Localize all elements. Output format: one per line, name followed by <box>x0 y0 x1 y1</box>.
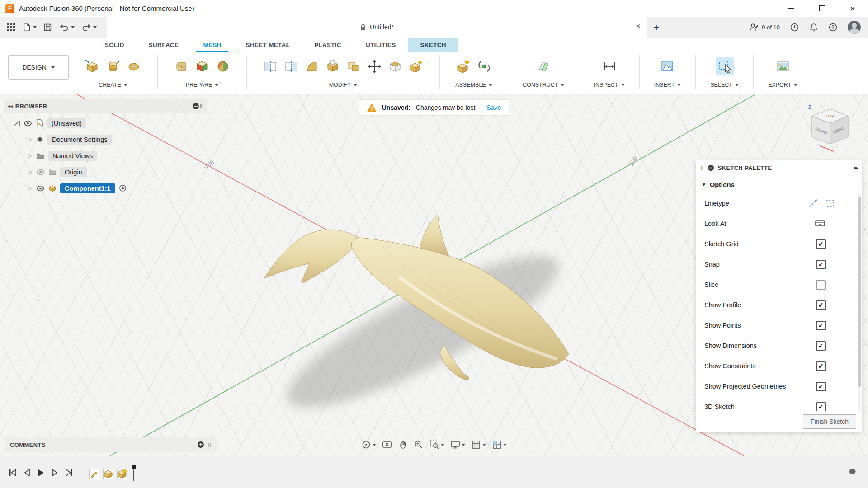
step-forward-button[interactable] <box>52 469 58 476</box>
select-tool-button[interactable] <box>716 57 734 75</box>
browser-collapse-icon[interactable] <box>192 103 199 110</box>
document-tab[interactable]: Untitled* × <box>107 17 647 38</box>
mesh-section-right-button[interactable] <box>282 57 300 75</box>
visibility-eye-icon[interactable] <box>36 185 45 192</box>
show-projected-geometries-checkbox[interactable] <box>816 382 826 391</box>
activate-component-radio[interactable] <box>119 184 127 192</box>
slice-checkbox[interactable] <box>816 280 826 290</box>
show-constraints-checkbox[interactable] <box>816 361 826 371</box>
timeline-sketch-feature[interactable] <box>88 468 100 482</box>
measure-button[interactable] <box>600 57 618 75</box>
display-settings-button[interactable] <box>450 440 465 450</box>
tab-utilities[interactable]: UTILITIES <box>354 38 408 52</box>
recent-activity-button[interactable] <box>790 23 799 32</box>
collapse-panel-icon[interactable]: ◂◂ <box>8 104 13 108</box>
play-button[interactable] <box>38 469 44 477</box>
visibility-eye-icon[interactable] <box>24 120 32 127</box>
workspace-selector[interactable]: DESIGN <box>8 55 69 80</box>
insert-mesh-button[interactable] <box>83 57 101 75</box>
move-copy-button[interactable] <box>365 57 383 75</box>
tree-label-component[interactable]: Component1:1 <box>60 183 115 193</box>
tree-row-component[interactable]: ▷ Component1:1 <box>4 180 207 196</box>
look-at-icon[interactable] <box>815 219 826 228</box>
mesh-cut-button[interactable] <box>324 57 342 75</box>
construct-plane-button[interactable] <box>534 57 552 75</box>
tree-label-document-settings[interactable]: Document Settings <box>47 135 112 145</box>
palette-expand-icon[interactable]: ▸▸ <box>854 165 857 171</box>
plane-cut-button[interactable] <box>386 57 404 75</box>
group-prepare-label[interactable]: PREPARE <box>186 82 219 88</box>
expand-chevron-icon[interactable]: ▷ <box>27 185 33 191</box>
notifications-button[interactable] <box>809 23 818 32</box>
timeline-position-marker[interactable] <box>131 465 137 482</box>
show-points-checkbox[interactable] <box>816 321 826 330</box>
view-cube[interactable]: Z TOP FRONT RIGHT <box>805 103 855 153</box>
face-groups-button[interactable] <box>193 57 211 75</box>
tree-row-origin[interactable]: ▷ Origin <box>4 164 207 180</box>
document-tab-close-icon[interactable]: × <box>636 22 641 30</box>
viewport-canvas[interactable]: -100 100 Z TOP FRONT RIGHT ◂◂ BROWSER ‖ … <box>0 94 868 456</box>
reduce-mesh-button[interactable] <box>214 57 232 75</box>
app-grid-icon[interactable] <box>6 23 15 32</box>
construction-line-icon[interactable] <box>808 198 818 208</box>
tree-label-named-views[interactable]: Named Views <box>48 151 97 161</box>
group-create-label[interactable]: CREATE <box>99 82 127 88</box>
group-inspect-label[interactable]: INSPECT <box>594 82 624 88</box>
save-link[interactable]: Save <box>486 104 501 111</box>
group-insert-label[interactable]: INSERT <box>654 82 681 88</box>
tree-row-document-settings[interactable]: ▷ Document Settings <box>4 131 207 147</box>
group-assemble-label[interactable]: ASSEMBLE <box>455 82 492 88</box>
help-button[interactable]: ? <box>828 23 838 32</box>
tab-sheet-metal[interactable]: SHEET METAL <box>234 38 302 52</box>
sketch-grid-checkbox[interactable] <box>816 239 826 249</box>
timeline-mesh-feature[interactable] <box>102 468 114 482</box>
skip-to-end-button[interactable] <box>65 469 73 476</box>
new-component-button[interactable] <box>454 57 472 75</box>
new-tab-button[interactable]: ＋ <box>647 17 666 38</box>
group-construct-label[interactable]: CONSTRUCT <box>523 82 564 88</box>
group-export-label[interactable]: EXPORT <box>768 82 797 88</box>
mesh-torus-button[interactable] <box>125 57 143 75</box>
palette-scrollbar[interactable] <box>858 193 861 411</box>
file-menu-button[interactable] <box>22 22 37 32</box>
minimize-button[interactable] <box>776 0 807 17</box>
canvas-arrow-icon[interactable] <box>14 121 20 126</box>
show-dimensions-checkbox[interactable] <box>816 341 826 351</box>
joint-button[interactable] <box>475 57 493 75</box>
group-modify-label[interactable]: MODIFY <box>329 82 358 88</box>
tree-row-named-views[interactable]: ▷ Named Views <box>4 148 207 164</box>
expand-chevron-icon[interactable]: ▷ <box>27 136 33 142</box>
palette-grip[interactable]: ‖ <box>701 164 704 171</box>
group-select-label[interactable]: SELECT <box>710 82 739 88</box>
3d-sketch-checkbox[interactable] <box>816 402 826 411</box>
redo-button[interactable] <box>81 23 97 32</box>
tab-mesh[interactable]: MESH <box>191 38 233 52</box>
tab-solid[interactable]: SOLID <box>93 38 137 52</box>
tree-row-document[interactable]: (Unsaved) <box>4 115 207 131</box>
comments-grip[interactable]: ‖ <box>208 441 211 448</box>
mesh-section-left-button[interactable] <box>261 57 279 75</box>
remesh-button[interactable] <box>172 57 190 75</box>
close-button[interactable]: × <box>837 0 868 17</box>
expand-chevron-icon[interactable]: ▷ <box>27 153 33 159</box>
tree-label-document[interactable]: (Unsaved) <box>47 118 86 128</box>
skip-to-start-button[interactable] <box>9 469 17 476</box>
tab-sketch[interactable]: SKETCH <box>408 38 458 52</box>
centerline-icon[interactable] <box>825 198 835 208</box>
timeline-body-feature[interactable] <box>116 468 128 482</box>
expand-chevron-icon[interactable]: ▷ <box>27 169 33 175</box>
orbit-button[interactable] <box>361 440 376 450</box>
palette-scrollbar-thumb[interactable] <box>858 197 861 387</box>
tab-plastic[interactable]: PLASTIC <box>302 38 354 52</box>
save-button[interactable] <box>43 23 52 32</box>
palette-collapse-icon[interactable] <box>708 164 714 171</box>
pan-button[interactable] <box>398 440 408 450</box>
viewports-button[interactable] <box>492 440 507 450</box>
comments-panel[interactable]: COMMENTS ‖ <box>5 437 217 452</box>
insert-canvas-button[interactable] <box>658 57 676 75</box>
browser-grip[interactable]: ‖ <box>199 103 203 110</box>
convert-mesh-button[interactable] <box>407 57 425 75</box>
palette-options-header[interactable]: ▼ Options <box>696 176 862 193</box>
undo-button[interactable] <box>59 23 75 32</box>
export-image-button[interactable] <box>774 57 792 75</box>
